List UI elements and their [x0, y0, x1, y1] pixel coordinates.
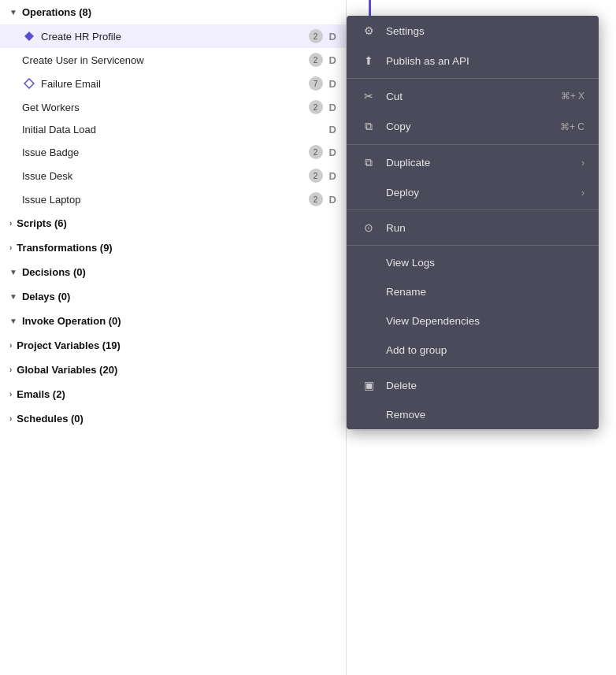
- section-header-emails[interactable]: ›Emails (2): [0, 382, 346, 406]
- menu-item-copy[interactable]: ⧉Copy⌘+ C: [347, 111, 599, 142]
- d-badge-initial-data: D: [329, 124, 336, 135]
- chevron-transformations: ›: [9, 243, 12, 252]
- badge-issue-laptop: 2: [309, 192, 323, 206]
- section-header-project-variables[interactable]: ›Project Variables (19): [0, 333, 346, 358]
- menu-label-add-to-group: Add to group: [386, 344, 584, 356]
- menu-item-add-to-group[interactable]: Add to group: [347, 336, 599, 365]
- menu-label-view-dependencies: View Dependencies: [386, 315, 584, 327]
- section-label-schedules: Schedules (0): [17, 413, 83, 425]
- item-label-initial-data: Initial Data Load: [22, 124, 328, 135]
- menu-item-rename[interactable]: Rename: [347, 277, 599, 306]
- context-menu: ⚙Settings⬆Publish as an API✂Cut⌘+ X⧉Copy…: [347, 16, 599, 429]
- diamond-outline-icon: [22, 76, 36, 91]
- menu-item-view-logs[interactable]: View Logs: [347, 248, 599, 277]
- menu-icon-duplicate: ⧉: [361, 156, 377, 169]
- menu-label-settings: Settings: [386, 25, 584, 37]
- chevron-emails: ›: [9, 390, 12, 399]
- divider-after-publish-api: [347, 78, 599, 79]
- menu-item-settings[interactable]: ⚙Settings: [347, 16, 599, 46]
- menu-label-remove: Remove: [386, 409, 584, 421]
- menu-label-delete: Delete: [386, 380, 584, 391]
- submenu-arrow-deploy: ›: [581, 187, 584, 198]
- svg-marker-0: [24, 32, 34, 41]
- section-label-scripts: Scripts (6): [17, 217, 67, 229]
- menu-item-deploy[interactable]: Deploy›: [347, 178, 599, 207]
- section-header-invoke-operation[interactable]: ▼Invoke Operation (0): [0, 309, 346, 333]
- d-badge-issue-badge: D: [329, 146, 336, 158]
- menu-item-publish-api[interactable]: ⬆Publish as an API: [347, 46, 599, 76]
- section-label-emails: Emails (2): [17, 388, 65, 400]
- menu-icon-delete: ▣: [361, 379, 377, 391]
- menu-label-cut: Cut: [386, 91, 561, 102]
- d-badge-get-workers: D: [329, 102, 336, 113]
- section-header-delays[interactable]: ▼Delays (0): [0, 284, 346, 309]
- badge-issue-desk: 2: [309, 169, 323, 183]
- section-label-invoke-operation: Invoke Operation (0): [22, 315, 121, 327]
- section-label-decisions: Decisions (0): [22, 266, 86, 278]
- divider-after-run: [347, 245, 599, 246]
- badge-create-user: 2: [309, 53, 323, 67]
- item-label-get-workers: Get Workers: [22, 102, 309, 113]
- menu-icon-run: ⊙: [361, 221, 377, 234]
- section-label-operations: Operations (8): [22, 6, 91, 18]
- menu-label-run: Run: [386, 222, 584, 234]
- d-badge-create-hr: D: [329, 31, 336, 43]
- section-label-global-variables: Global Variables (20): [17, 364, 117, 376]
- section-header-schedules[interactable]: ›Schedules (0): [0, 406, 346, 431]
- menu-label-view-logs: View Logs: [386, 257, 584, 269]
- tree-item-get-workers[interactable]: Get Workers2D: [0, 95, 346, 119]
- divider-after-deploy: [347, 210, 599, 210]
- shortcut-copy: ⌘+ C: [560, 121, 584, 132]
- menu-label-publish-api: Publish as an API: [386, 55, 584, 67]
- d-badge-issue-desk: D: [329, 170, 336, 182]
- shortcut-cut: ⌘+ X: [561, 91, 584, 102]
- section-label-transformations: Transformations (9): [17, 242, 112, 254]
- chevron-invoke-operation: ▼: [9, 317, 17, 325]
- tree-item-issue-desk[interactable]: Issue Desk2D: [0, 164, 346, 187]
- menu-label-deploy: Deploy: [386, 187, 581, 198]
- menu-label-duplicate: Duplicate: [386, 157, 581, 169]
- chevron-project-variables: ›: [9, 341, 12, 350]
- section-header-decisions[interactable]: ▼Decisions (0): [0, 260, 346, 284]
- badge-create-hr: 2: [309, 29, 323, 43]
- badge-issue-badge: 2: [309, 145, 323, 159]
- menu-icon-settings: ⚙: [361, 24, 377, 37]
- item-label-issue-badge: Issue Badge: [22, 146, 309, 158]
- menu-item-run[interactable]: ⊙Run: [347, 213, 599, 243]
- sidebar: ▼Operations (8)Create HR Profile2DCreate…: [0, 0, 347, 675]
- section-header-global-variables[interactable]: ›Global Variables (20): [0, 358, 346, 382]
- divider-after-add-to-group: [347, 367, 599, 368]
- submenu-arrow-duplicate: ›: [581, 158, 584, 169]
- tree-item-issue-laptop[interactable]: Issue Laptop2D: [0, 187, 346, 211]
- menu-icon-copy: ⧉: [361, 120, 377, 133]
- d-badge-create-user: D: [329, 54, 336, 66]
- chevron-schedules: ›: [9, 414, 12, 423]
- item-label-create-user: Create User in Servicenow: [22, 54, 309, 66]
- chevron-global-variables: ›: [9, 365, 12, 374]
- section-header-transformations[interactable]: ›Transformations (9): [0, 236, 346, 260]
- divider-after-copy: [347, 144, 599, 145]
- menu-item-remove[interactable]: Remove: [347, 400, 599, 429]
- item-label-issue-desk: Issue Desk: [22, 170, 309, 182]
- item-label-failure-email: Failure Email: [41, 78, 309, 90]
- menu-item-delete[interactable]: ▣Delete: [347, 370, 599, 400]
- d-badge-issue-laptop: D: [329, 194, 336, 206]
- section-header-operations[interactable]: ▼Operations (8): [0, 0, 346, 24]
- chevron-decisions: ▼: [9, 268, 17, 276]
- tree-item-create-user[interactable]: Create User in Servicenow2D: [0, 48, 346, 72]
- item-label-issue-laptop: Issue Laptop: [22, 194, 309, 206]
- menu-icon-cut: ✂: [361, 90, 377, 102]
- section-header-scripts[interactable]: ›Scripts (6): [0, 211, 346, 236]
- menu-item-duplicate[interactable]: ⧉Duplicate›: [347, 147, 599, 178]
- tree-item-initial-data[interactable]: Initial Data LoadD: [0, 119, 346, 140]
- menu-item-view-dependencies[interactable]: View Dependencies: [347, 306, 599, 336]
- chevron-scripts: ›: [9, 219, 12, 228]
- item-label-create-hr: Create HR Profile: [41, 31, 309, 43]
- menu-item-cut[interactable]: ✂Cut⌘+ X: [347, 81, 599, 111]
- tree-item-issue-badge[interactable]: Issue Badge2D: [0, 140, 346, 164]
- tree-item-create-hr[interactable]: Create HR Profile2D: [0, 24, 346, 48]
- diamond-filled-icon: [22, 29, 36, 43]
- section-label-delays: Delays (0): [22, 291, 70, 302]
- menu-label-copy: Copy: [386, 121, 560, 132]
- tree-item-failure-email[interactable]: Failure Email7D: [0, 72, 346, 95]
